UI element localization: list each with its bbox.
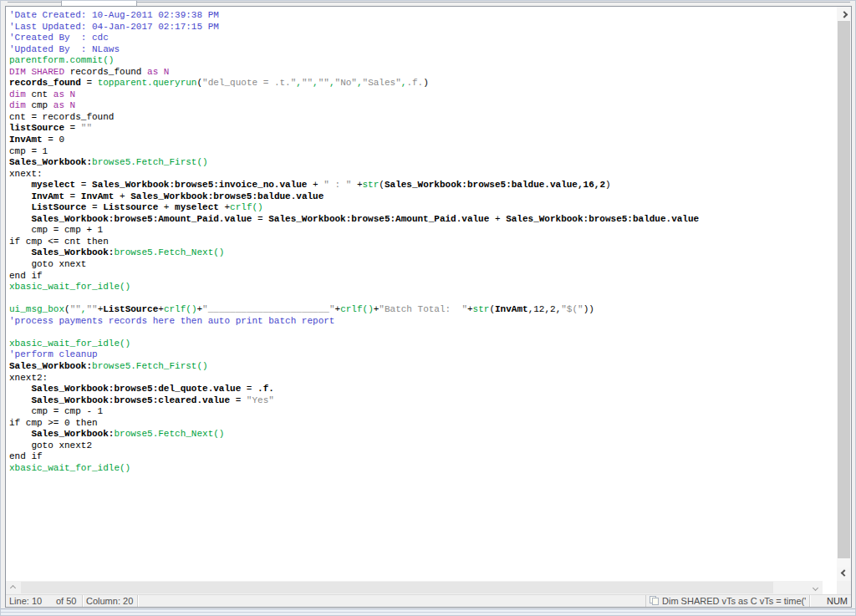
code-line[interactable]: cnt = records_found <box>9 112 837 124</box>
code-token: ListSource <box>103 304 158 314</box>
scroll-left-button[interactable] <box>6 581 20 594</box>
code-token: Sales_Workbook:browse5:Amount_Paid.value <box>268 214 489 224</box>
code-line[interactable] <box>9 327 837 339</box>
code-line[interactable]: Sales_Workbook:browse5.Fetch_Next() <box>9 429 837 440</box>
code-token: , <box>313 78 318 88</box>
code-line[interactable]: parentform.commit() <box>9 55 837 67</box>
code-token: "Yes" <box>247 395 274 405</box>
code-line[interactable]: Sales_Workbook:browse5:cleared.value = "… <box>9 395 837 407</box>
code-token: records_found <box>9 78 81 88</box>
code-line[interactable]: goto xnext2 <box>9 440 837 452</box>
code-line[interactable]: 'perform cleanup <box>9 349 837 361</box>
code-line[interactable]: InvAmt = InvAmt + Sales_Workbook:browse5… <box>9 191 837 203</box>
code-editor[interactable]: 'Date Created: 10-Aug-2011 02:39:38 PM'L… <box>6 7 837 581</box>
code-line[interactable] <box>9 293 837 305</box>
code-line[interactable]: dim cnt as N <box>9 89 837 101</box>
code-token: , <box>329 78 335 88</box>
code-line[interactable]: DIM SHARED records_found as N <box>9 67 837 79</box>
scroll-right-button[interactable] <box>808 581 823 594</box>
code-token: = <box>81 78 98 88</box>
code-token: Sales_Workbook: <box>31 429 114 439</box>
code-token: 'perform cleanup <box>9 349 98 359</box>
code-token: + <box>114 191 130 201</box>
code-line[interactable]: 'Updated By : NLaws <box>9 44 837 56</box>
code-token: cmp = cmp + 1 <box>9 225 103 235</box>
status-total-lines: of 50 <box>53 595 83 607</box>
code-token: parentform.commit() <box>9 55 114 65</box>
code-line[interactable]: xnext: <box>9 169 837 181</box>
code-line[interactable]: if cmp <= cnt then <box>9 237 837 248</box>
code-token: InvAmt <box>9 135 43 145</box>
vertical-scrollbar-thumb[interactable] <box>838 21 850 558</box>
code-token: xbasic_wait_for_idle() <box>9 339 130 349</box>
code-token: browse5.Fetch_First() <box>92 157 208 167</box>
code-line[interactable]: records_found = topparent.queryrun("del_… <box>9 78 837 89</box>
code-token: topparent.queryrun <box>98 78 197 88</box>
code-line[interactable]: Sales_Workbook:browse5.Fetch_First() <box>9 361 837 373</box>
code-token: crlf() <box>164 304 197 314</box>
code-line[interactable]: xbasic_wait_for_idle() <box>9 339 837 350</box>
code-token: = <box>230 395 247 405</box>
horizontal-scrollbar[interactable] <box>6 581 823 594</box>
code-token: ,12,2, <box>528 304 562 314</box>
code-token: .f. <box>406 78 423 88</box>
status-spacer <box>138 595 645 607</box>
code-line[interactable]: Sales_Workbook:browse5.Fetch_Next() <box>9 247 837 259</box>
code-line[interactable]: 'Created By : cdc <box>9 33 837 44</box>
code-line[interactable]: ui_msg_box("",""+ListSource+crlf()+"____… <box>9 304 837 316</box>
scroll-down-button[interactable] <box>837 568 851 581</box>
code-line[interactable]: xbasic_wait_for_idle() <box>9 463 837 475</box>
code-line[interactable]: Sales_Workbook:browse5:del_quote.value =… <box>9 384 837 395</box>
code-line[interactable]: cmp = cmp - 1 <box>9 406 837 418</box>
code-line[interactable]: xbasic_wait_for_idle() <box>9 282 837 293</box>
code-token: ui_msg_box <box>9 304 64 314</box>
status-column-indicator: Column: 20 <box>83 595 138 607</box>
code-line[interactable]: 'Last Updated: 04-Jan-2017 02:17:15 PM <box>9 22 837 33</box>
code-token <box>9 180 31 190</box>
code-token: xbasic_wait_for_idle() <box>9 282 130 292</box>
code-line[interactable]: cmp = 1 <box>9 146 837 158</box>
code-token: "del_quote = .t." <box>202 78 296 88</box>
code-token: Listsource <box>103 202 158 212</box>
code-line[interactable]: if cmp >= 0 then <box>9 418 837 430</box>
code-token: "" <box>302 78 313 88</box>
code-token: "" <box>318 78 329 88</box>
code-token: InvAmt <box>31 191 64 201</box>
vertical-scrollbar[interactable] <box>837 7 851 581</box>
window-bottom-frame-line <box>1 612 856 613</box>
code-line[interactable]: Sales_Workbook:browse5:Amount_Paid.value… <box>9 214 837 226</box>
code-line[interactable]: 'Date Created: 10-Aug-2011 02:39:38 PM <box>9 10 837 22</box>
code-token: goto xnext2 <box>9 440 92 451</box>
code-line[interactable]: goto xnext <box>9 259 837 271</box>
code-token: ( <box>379 180 385 190</box>
code-line[interactable]: xnext2: <box>9 373 837 384</box>
code-token: as N <box>141 67 169 77</box>
status-column-text: Column: 20 <box>86 596 133 606</box>
code-line[interactable]: end if <box>9 451 837 463</box>
code-token: "$(" <box>561 304 583 314</box>
code-token: str <box>473 304 490 314</box>
code-line[interactable]: 'process payments records here then auto… <box>9 316 837 328</box>
code-line[interactable]: ListSource = Listsource + myselect +crlf… <box>9 202 837 214</box>
status-line-text: Line: 10 <box>9 596 42 606</box>
code-line[interactable]: listSource = "" <box>9 123 837 135</box>
code-token: )) <box>583 304 594 314</box>
code-token: crlf() <box>230 202 263 212</box>
code-token: 'Date Created: 10-Aug-2011 02:39:38 PM <box>9 10 219 20</box>
code-token: , <box>296 78 302 88</box>
scroll-up-button[interactable] <box>837 7 851 20</box>
code-token: "______________________" <box>202 304 334 314</box>
code-line[interactable]: dim cmp as N <box>9 100 837 112</box>
code-line[interactable]: end if <box>9 271 837 283</box>
code-token: Sales_Workbook:browse5:baldue.value <box>506 214 699 224</box>
code-token: Sales_Workbook: <box>9 157 92 167</box>
code-line[interactable]: cmp = cmp + 1 <box>9 225 837 237</box>
code-line[interactable]: Sales_Workbook:browse5.Fetch_First() <box>9 157 837 169</box>
code-token: Sales_Workbook:browse5:Amount_Paid.value <box>31 214 252 224</box>
code-token: Sales_Workbook:browse5:cleared.value <box>31 395 230 405</box>
code-token: Sales_Workbook:browse5:baldue.value <box>130 191 324 201</box>
horizontal-scrollbar-thumb[interactable] <box>21 582 773 593</box>
code-line[interactable]: InvAmt = 0 <box>9 135 837 146</box>
code-line[interactable]: myselect = Sales_Workbook:browse5:invoic… <box>9 180 837 191</box>
code-token: + <box>307 180 324 190</box>
